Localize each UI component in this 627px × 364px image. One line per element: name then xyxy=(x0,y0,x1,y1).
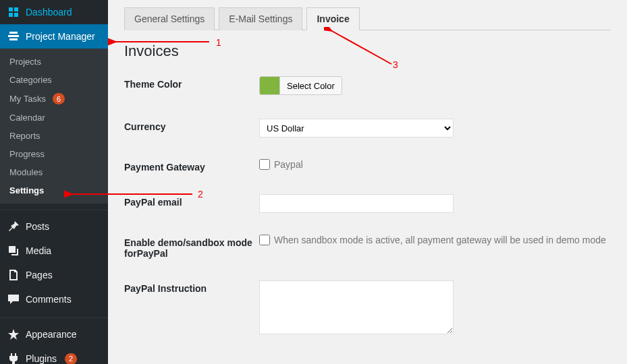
annotation-label-2: 2 xyxy=(198,189,203,200)
field-label: Payment Gateway xyxy=(124,159,259,173)
tab-email-settings[interactable]: E-Mail Settings xyxy=(219,7,302,30)
sidebar-item-pages[interactable]: Pages xyxy=(0,263,108,287)
paypal-checkbox-label: Paypal xyxy=(274,159,303,170)
sidebar-submenu: Projects Categories My Tasks6 Calendar R… xyxy=(0,49,108,204)
sidebar-item-project-manager[interactable]: Project Manager xyxy=(0,24,108,49)
sidebar-separator xyxy=(0,204,108,210)
sidebar-item-label: Plugins xyxy=(26,353,57,364)
admin-sidebar: Dashboard Project Manager Projects Categ… xyxy=(0,0,108,364)
badge-my-tasks: 6 xyxy=(53,93,65,104)
currency-select[interactable]: US Dollar xyxy=(259,119,454,138)
annotation-label-3: 3 xyxy=(393,59,398,70)
paypal-checkbox[interactable] xyxy=(259,159,270,170)
field-theme-color: Theme Color Select Color xyxy=(124,76,611,97)
field-paypal-instruction: PayPal Instruction xyxy=(124,280,611,337)
sidebar-item-dashboard[interactable]: Dashboard xyxy=(0,0,108,24)
sidebar-subitem-projects[interactable]: Projects xyxy=(0,53,108,71)
sidebar-item-label: Project Manager xyxy=(26,31,95,42)
select-color-label: Select Color xyxy=(280,81,342,91)
paypal-instruction-textarea[interactable] xyxy=(259,280,454,334)
sidebar-item-posts[interactable]: Posts xyxy=(0,214,108,239)
select-color-button[interactable]: Select Color xyxy=(259,76,342,95)
sidebar-subitem-settings[interactable]: Settings xyxy=(0,181,108,200)
tab-invoice[interactable]: Invoice xyxy=(306,7,359,30)
field-sandbox-mode: Enable demo/sandbox mode forPayPal When … xyxy=(124,235,611,259)
sidebar-item-label: Comments xyxy=(26,294,72,305)
main-content: General Settings E-Mail Settings Invoice… xyxy=(108,0,627,364)
dashboard-icon xyxy=(7,5,20,19)
appearance-icon xyxy=(7,328,20,341)
pages-icon xyxy=(7,268,20,282)
sandbox-hint: When sandbox mode is active, all payment… xyxy=(274,235,606,245)
field-label: PayPal Instruction xyxy=(124,280,259,294)
paypal-email-input[interactable] xyxy=(259,194,454,213)
sandbox-checkbox[interactable] xyxy=(259,235,270,245)
sidebar-subitem-calendar[interactable]: Calendar xyxy=(0,109,108,127)
sidebar-item-label: Dashboard xyxy=(26,7,72,18)
sidebar-item-label: Pages xyxy=(26,270,53,280)
color-swatch xyxy=(260,77,280,94)
sidebar-item-label: Appearance xyxy=(26,329,77,340)
field-label: PayPal email xyxy=(124,194,259,208)
sidebar-item-media[interactable]: Media xyxy=(0,239,108,263)
settings-tabs: General Settings E-Mail Settings Invoice xyxy=(124,7,611,30)
field-label: Enable demo/sandbox mode forPayPal xyxy=(124,235,259,259)
sidebar-subitem-modules[interactable]: Modules xyxy=(0,163,108,181)
project-manager-icon xyxy=(7,30,20,43)
field-currency: Currency US Dollar xyxy=(124,119,611,138)
sidebar-subitem-progress[interactable]: Progress xyxy=(0,145,108,163)
pushpin-icon xyxy=(7,220,20,233)
sidebar-subitem-categories[interactable]: Categories xyxy=(0,71,108,89)
sidebar-item-label: Posts xyxy=(26,221,49,232)
tab-general-settings[interactable]: General Settings xyxy=(124,7,215,30)
sidebar-item-plugins[interactable]: Plugins 2 xyxy=(0,346,108,364)
field-payment-gateway: Payment Gateway Paypal xyxy=(124,159,611,173)
sidebar-separator xyxy=(0,311,108,318)
sidebar-subitem-my-tasks[interactable]: My Tasks6 xyxy=(0,89,108,109)
sidebar-item-label: Media xyxy=(26,245,51,256)
sidebar-item-comments[interactable]: Comments xyxy=(0,287,108,311)
badge-plugins: 2 xyxy=(65,353,77,365)
field-label: Currency xyxy=(124,119,259,132)
sidebar-subitem-reports[interactable]: Reports xyxy=(0,127,108,145)
plugins-icon xyxy=(7,352,20,364)
comments-icon xyxy=(7,293,20,306)
annotation-label-1: 1 xyxy=(216,37,221,48)
page-title: Invoices xyxy=(124,42,611,60)
field-label: Theme Color xyxy=(124,76,259,90)
sandbox-checkbox-wrap[interactable]: When sandbox mode is active, all payment… xyxy=(259,235,611,245)
paypal-checkbox-wrap[interactable]: Paypal xyxy=(259,159,611,170)
sidebar-item-appearance[interactable]: Appearance xyxy=(0,322,108,346)
media-icon xyxy=(7,244,20,257)
